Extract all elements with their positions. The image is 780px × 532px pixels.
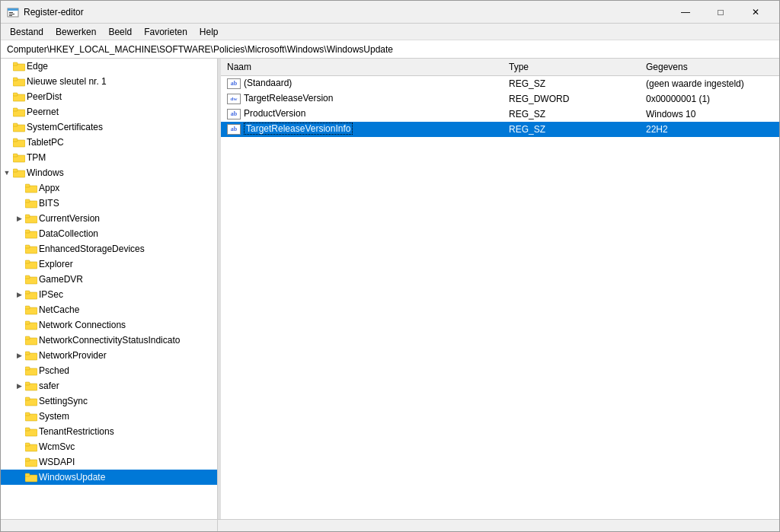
tree-item-edge[interactable]: Edge — [1, 59, 217, 74]
tree-item-currentversion[interactable]: ▶ CurrentVersion — [1, 211, 217, 226]
column-header-type: Type — [503, 59, 640, 76]
tree-label-bits: BITS — [39, 198, 59, 209]
tree-expand-system — [13, 409, 25, 424]
tree-item-networkconnections[interactable]: Network Connections — [1, 317, 217, 333]
folder-icon-peernet — [13, 106, 25, 118]
tree-expand-currentversion[interactable]: ▶ — [13, 211, 25, 226]
tree-expand-gamedvr — [13, 272, 25, 287]
tree-expand-networkconnections — [13, 317, 25, 333]
tree-expand-nieuwe-sleutel — [1, 74, 13, 89]
tree-expand-tpm — [1, 150, 13, 165]
registry-row-productversion[interactable]: abProductVersionREG_SZWindows 10 — [221, 107, 779, 122]
tree-label-netcache: NetCache — [39, 304, 79, 315]
maximize-button[interactable]: □ — [703, 1, 738, 24]
close-button[interactable]: ✕ — [738, 1, 773, 24]
folder-icon-systemcertificates — [13, 121, 25, 133]
tree-item-wsdapi[interactable]: WSDAPI — [1, 454, 217, 470]
tree-item-networkconnectivitystatus[interactable]: NetworkConnectivityStatusIndicato — [1, 333, 217, 348]
tree-scrollbar-bottom[interactable] — [1, 520, 218, 531]
tree-item-peernet[interactable]: Peernet — [1, 104, 217, 119]
folder-icon-wcmsvc — [25, 441, 37, 453]
svg-rect-42 — [25, 336, 30, 339]
menu-beeld[interactable]: Beeld — [102, 25, 138, 39]
value-type-icon-targetreleaseversioninfo: ab — [227, 124, 241, 135]
registry-type-productversion: REG_SZ — [503, 107, 640, 122]
registry-name-text-productversion: ProductVersion — [244, 108, 305, 119]
minimize-button[interactable]: — — [668, 1, 703, 24]
svg-rect-32 — [25, 260, 30, 263]
folder-icon-peerdist — [13, 91, 25, 103]
tree-item-networkprovider[interactable]: ▶ NetworkProvider — [1, 348, 217, 363]
svg-rect-24 — [25, 199, 30, 202]
tree-label-system: System — [39, 411, 69, 422]
registry-name-text-targetreleaseversioninfo: TargetReleaseVersionInfo — [244, 123, 353, 135]
registry-data-standaard: (geen waarde ingesteld) — [640, 76, 779, 91]
tree-item-datacollection[interactable]: DataCollection — [1, 226, 217, 241]
folder-icon-appx — [25, 182, 37, 194]
tree-item-explorer[interactable]: Explorer — [1, 256, 217, 272]
tree-item-safer[interactable]: ▶ safer — [1, 378, 217, 393]
tree-expand-safer[interactable]: ▶ — [13, 378, 25, 393]
svg-rect-60 — [25, 473, 30, 476]
folder-icon-tabletpc — [13, 136, 25, 148]
tree-item-bits[interactable]: BITS — [1, 196, 217, 211]
tree-label-tenantrestrictions: TenantRestrictions — [39, 426, 114, 437]
svg-rect-30 — [25, 245, 30, 248]
tree-item-systemcertificates[interactable]: SystemCertificates — [1, 119, 217, 135]
tree-expand-networkprovider[interactable]: ▶ — [13, 348, 25, 363]
tree-item-appx[interactable]: Appx — [1, 180, 217, 196]
tree-item-gamedvr[interactable]: GameDVR — [1, 272, 217, 287]
tree-item-netcache[interactable]: NetCache — [1, 302, 217, 317]
tree-expand-wsdapi — [13, 454, 25, 470]
values-scrollbar-bottom[interactable] — [218, 520, 779, 531]
tree-expand-tabletpc — [1, 135, 13, 150]
registry-table: Naam Type Gegevens ab(Standaard)REG_SZ(g… — [221, 59, 779, 137]
registry-row-standaard[interactable]: ab(Standaard)REG_SZ(geen waarde ingestel… — [221, 76, 779, 91]
tree-item-tpm[interactable]: TPM — [1, 150, 217, 165]
menu-bestand[interactable]: Bestand — [4, 25, 50, 39]
registry-name-standaard: ab(Standaard) — [221, 76, 503, 91]
tree-expand-ipsec[interactable]: ▶ — [13, 287, 25, 302]
folder-icon-psched — [25, 365, 37, 377]
svg-rect-20 — [13, 169, 18, 172]
registry-row-targetreleaseversion[interactable]: dwTargetReleaseVersionREG_DWORD0x0000000… — [221, 91, 779, 107]
tree-expand-windows[interactable]: ▼ — [1, 165, 13, 180]
tree-item-wcmsvc[interactable]: WcmSvc — [1, 439, 217, 454]
tree-label-safer: safer — [39, 381, 59, 391]
tree-item-peerdist[interactable]: PeerDist — [1, 89, 217, 104]
registry-name-targetreleaseversion: dwTargetReleaseVersion — [221, 91, 503, 107]
tree-item-system[interactable]: System — [1, 409, 217, 424]
folder-icon-networkconnectivitystatus — [25, 334, 37, 346]
values-panel: Naam Type Gegevens ab(Standaard)REG_SZ(g… — [221, 59, 779, 519]
registry-data-productversion: Windows 10 — [640, 107, 779, 122]
column-header-data: Gegevens — [640, 59, 779, 76]
svg-rect-58 — [25, 458, 30, 461]
tree-item-windows[interactable]: ▼ Windows — [1, 165, 217, 180]
tree-item-windowsupdate[interactable]: WindowsUpdate — [1, 470, 217, 485]
menu-help[interactable]: Help — [193, 25, 225, 39]
menu-bewerken[interactable]: Bewerken — [50, 25, 102, 39]
folder-icon-gamedvr — [25, 273, 37, 285]
main-content: Edge Nieuwe sleutel nr. 1 PeerDist Peern… — [1, 59, 779, 519]
tree-item-tabletpc[interactable]: TabletPC — [1, 135, 217, 150]
svg-rect-48 — [25, 382, 30, 385]
tree-expand-datacollection — [13, 226, 25, 241]
tree-label-peerdist: PeerDist — [27, 91, 62, 102]
tree-item-tenantrestrictions[interactable]: TenantRestrictions — [1, 424, 217, 439]
folder-icon-nieuwe-sleutel — [13, 75, 25, 88]
tree-item-ipsec[interactable]: ▶ IPSec — [1, 287, 217, 302]
tree-expand-netcache — [13, 302, 25, 317]
tree-item-psched[interactable]: Psched — [1, 363, 217, 378]
folder-icon-edge — [13, 60, 25, 72]
svg-rect-3 — [9, 14, 14, 14]
tree-item-settingsync[interactable]: SettingSync — [1, 393, 217, 409]
tree-item-nieuwe-sleutel[interactable]: Nieuwe sleutel nr. 1 — [1, 74, 217, 89]
registry-row-targetreleaseversioninfo[interactable]: abTargetReleaseVersionInfoREG_SZ22H2 — [221, 122, 779, 137]
folder-icon-netcache — [25, 304, 37, 316]
address-path: Computer\HKEY_LOCAL_MACHINE\SOFTWARE\Pol… — [4, 43, 776, 56]
tree-item-enhancedstoragedevices[interactable]: EnhancedStorageDevices — [1, 241, 217, 256]
folder-icon-windowsupdate — [25, 471, 37, 483]
tree-label-ipsec: IPSec — [39, 289, 63, 300]
folder-icon-datacollection — [25, 228, 37, 240]
menu-favorieten[interactable]: Favorieten — [138, 25, 193, 39]
